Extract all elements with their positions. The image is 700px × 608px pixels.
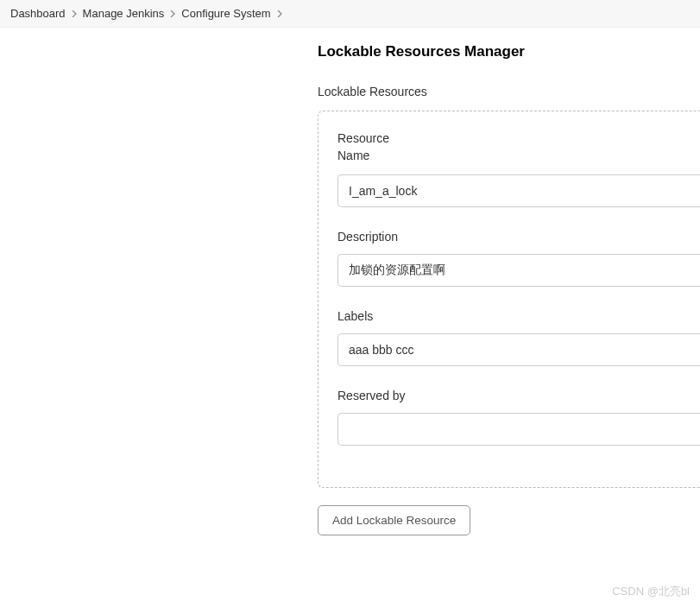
add-lockable-resource-button[interactable]: Add Lockable Resource [318, 505, 470, 535]
breadcrumb-item-configure-system[interactable]: Configure System [181, 7, 270, 20]
main-content: Lockable Resources Manager Lockable Reso… [0, 28, 700, 535]
description-input[interactable] [337, 254, 700, 287]
subsection-label: Lockable Resources [318, 85, 700, 98]
labels-input[interactable] [337, 333, 700, 366]
field-description: Description [337, 230, 700, 287]
breadcrumb-item-manage-jenkins[interactable]: Manage Jenkins [83, 7, 165, 20]
field-labels: Labels [337, 309, 700, 366]
reserved-by-input[interactable] [337, 413, 700, 446]
section-title: Lockable Resources Manager [318, 43, 700, 60]
description-label: Description [337, 230, 700, 244]
resource-config-box: Resource Name Description Labels Reserve… [318, 111, 700, 488]
reserved-by-label: Reserved by [337, 389, 700, 402]
chevron-right-icon [276, 10, 283, 17]
field-resource-name: Resource Name [337, 130, 700, 207]
resource-name-label: Resource Name [337, 130, 407, 164]
resource-name-input[interactable] [337, 174, 700, 207]
chevron-right-icon [169, 10, 176, 17]
labels-label: Labels [337, 309, 700, 323]
chevron-right-icon [71, 10, 78, 17]
field-reserved-by: Reserved by [337, 389, 700, 446]
breadcrumb: Dashboard Manage Jenkins Configure Syste… [0, 0, 700, 28]
watermark-text: CSDN @北亮bl [612, 584, 690, 599]
breadcrumb-item-dashboard[interactable]: Dashboard [10, 7, 66, 20]
